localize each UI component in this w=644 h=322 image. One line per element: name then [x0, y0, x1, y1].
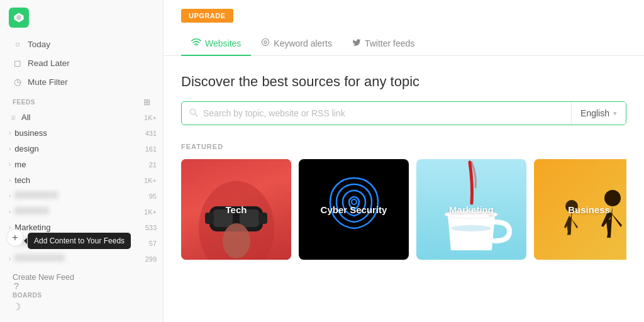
feed-blurred-3-label	[14, 238, 145, 248]
tabs-bar: Websites Keyword alerts Twitter feeds	[181, 31, 626, 55]
feed-all-icon: ≡	[9, 113, 18, 122]
tab-keyword-alerts-label: Keyword alerts	[274, 38, 332, 48]
feeds-list: ≡ All 1K+ › business 431 › design 161 › …	[0, 109, 163, 269]
feed-design-label: design	[14, 144, 141, 153]
svg-point-2	[196, 45, 197, 47]
search-bar: English ▾	[181, 101, 626, 125]
feed-item-all[interactable]: ≡ All 1K+	[0, 109, 163, 125]
feeds-section-header: FEEDS ⊞	[0, 91, 163, 109]
svg-point-16	[451, 225, 491, 231]
tab-twitter-feeds[interactable]: Twitter feeds	[342, 31, 425, 56]
feed-design-count: 161	[145, 145, 157, 153]
feed-business-label: business	[14, 128, 141, 138]
search-input[interactable]	[203, 102, 564, 125]
feed-item-tech[interactable]: › tech 1K+	[0, 172, 163, 188]
feed-blurred-1-count: 95	[149, 192, 157, 200]
chevron-icon: ›	[9, 161, 11, 168]
chevron-icon: ›	[9, 177, 11, 184]
language-select[interactable]: English ▾	[571, 102, 626, 125]
nav-today[interactable]: ○ Today	[6, 35, 157, 53]
feed-me-label: me	[14, 160, 145, 169]
feed-marketing-count: 533	[145, 224, 157, 231]
feed-item-marketing[interactable]: › Marketing 533	[0, 219, 163, 235]
nav-today-label: Today	[28, 40, 50, 49]
language-label: English	[580, 108, 609, 118]
feed-tech-count: 1K+	[144, 177, 157, 184]
svg-point-5	[190, 109, 195, 114]
app-logo[interactable]	[9, 8, 29, 28]
feeds-label: FEEDS	[13, 99, 35, 106]
feed-tech-label: tech	[14, 175, 140, 185]
chevron-icon: ›	[9, 192, 11, 199]
card-tech-label: Tech	[226, 204, 247, 215]
feed-blurred-2-label	[14, 207, 140, 216]
nav-mute-filter[interactable]: ◷ Mute Filter	[6, 72, 157, 91]
svg-rect-12	[258, 213, 267, 224]
svg-point-4	[264, 41, 267, 43]
search-icon	[189, 108, 198, 119]
feed-me-count: 21	[149, 161, 157, 169]
svg-rect-11	[205, 213, 214, 224]
feeds-options-icon[interactable]: ⊞	[143, 97, 151, 107]
feed-blurred-4-label	[14, 254, 141, 264]
card-business[interactable]: Business	[534, 159, 626, 260]
card-business-label: Business	[568, 204, 610, 215]
feed-item-blurred-2[interactable]: › 1K+	[0, 204, 163, 219]
bell-icon	[261, 38, 270, 48]
featured-cards: Tech	[181, 159, 626, 260]
mute-filter-icon: ◷	[13, 77, 23, 87]
card-marketing[interactable]: Marketing	[416, 159, 526, 260]
svg-point-3	[262, 38, 269, 45]
night-mode-button[interactable]: ☽	[6, 297, 26, 317]
svg-line-6	[195, 114, 197, 116]
feed-item-blurred-1[interactable]: › 95	[0, 188, 163, 204]
feed-item-design[interactable]: › design 161	[0, 141, 163, 157]
tab-keyword-alerts[interactable]: Keyword alerts	[251, 31, 342, 56]
chevron-icon: ›	[9, 255, 11, 262]
feed-blurred-2-count: 1K+	[144, 208, 157, 216]
card-tech[interactable]: Tech	[181, 159, 291, 260]
feed-blurred-1-label	[14, 191, 145, 201]
feed-item-me[interactable]: › me 21	[0, 157, 163, 172]
today-icon: ○	[13, 40, 23, 49]
card-cyber[interactable]: Cyber Security	[299, 159, 409, 260]
discover-section: Discover the best sources for any topic …	[164, 56, 644, 260]
feed-blurred-4-count: 299	[145, 255, 157, 263]
card-cyber-label: Cyber Security	[321, 204, 387, 215]
feed-all-count: 1K+	[144, 114, 157, 121]
help-button[interactable]: ?	[6, 275, 26, 296]
nav-mute-filter-label: Mute Filter	[28, 77, 68, 87]
feed-all-label: All	[21, 113, 140, 122]
twitter-icon	[352, 38, 361, 48]
main-header: UPGRADE Websites	[164, 0, 644, 56]
tab-websites[interactable]: Websites	[181, 31, 251, 56]
main-content: UPGRADE Websites	[164, 0, 644, 322]
featured-label: FEATURED	[181, 143, 626, 150]
card-marketing-label: Marketing	[449, 204, 494, 215]
upgrade-button[interactable]: UPGRADE	[181, 9, 233, 23]
primary-nav: ○ Today ◻ Read Later ◷ Mute Filter	[0, 35, 163, 91]
feed-item-blurred-3[interactable]: › 57	[0, 235, 163, 251]
nav-read-later[interactable]: ◻ Read Later	[6, 53, 157, 72]
search-input-wrap	[182, 102, 571, 125]
wifi-icon	[191, 38, 201, 48]
feed-item-business[interactable]: › business 431	[0, 125, 163, 141]
tab-websites-label: Websites	[205, 38, 241, 48]
chevron-icon: ›	[9, 208, 11, 215]
nav-read-later-label: Read Later	[28, 58, 70, 68]
feed-marketing-label: Marketing	[14, 223, 141, 232]
chevron-down-icon: ▾	[613, 109, 617, 118]
chevron-icon: ›	[9, 145, 11, 152]
sidebar: ○ Today ◻ Read Later ◷ Mute Filter FEEDS…	[0, 0, 164, 322]
discover-title: Discover the best sources for any topic	[181, 74, 626, 90]
chevron-icon: ›	[9, 130, 11, 136]
add-content-button[interactable]: +	[6, 229, 24, 247]
feed-item-blurred-4[interactable]: › 299	[0, 251, 163, 267]
read-later-icon: ◻	[13, 58, 23, 68]
feed-blurred-3-count: 57	[149, 240, 157, 247]
feed-business-count: 431	[145, 130, 157, 137]
svg-point-13	[223, 223, 250, 258]
tab-twitter-feeds-label: Twitter feeds	[365, 38, 414, 48]
